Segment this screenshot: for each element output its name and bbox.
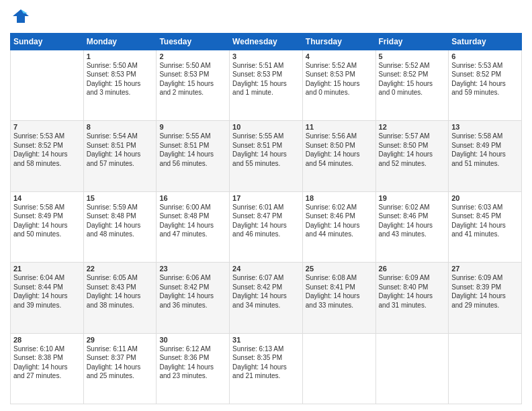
day-info: Sunrise: 6:02 AMSunset: 8:46 PMDaylight:… bbox=[306, 203, 373, 239]
day-cell: 20Sunrise: 6:03 AMSunset: 8:45 PMDayligh… bbox=[449, 191, 522, 262]
day-info: Sunrise: 6:11 AMSunset: 8:37 PMDaylight:… bbox=[87, 345, 154, 381]
day-info: Sunrise: 5:53 AMSunset: 8:52 PMDaylight:… bbox=[13, 132, 81, 168]
day-number: 2 bbox=[159, 52, 226, 60]
day-number: 24 bbox=[232, 265, 300, 273]
day-number: 19 bbox=[379, 194, 446, 202]
day-info: Sunrise: 5:57 AMSunset: 8:50 PMDaylight:… bbox=[379, 132, 446, 168]
day-info: Sunrise: 5:58 AMSunset: 8:49 PMDaylight:… bbox=[13, 203, 81, 239]
week-row-2: 7Sunrise: 5:53 AMSunset: 8:52 PMDaylight… bbox=[11, 121, 522, 191]
day-info: Sunrise: 5:53 AMSunset: 8:52 PMDaylight:… bbox=[451, 61, 519, 97]
day-cell: 7Sunrise: 5:53 AMSunset: 8:52 PMDaylight… bbox=[11, 121, 84, 191]
day-number: 18 bbox=[306, 194, 373, 202]
day-number: 11 bbox=[306, 123, 373, 131]
weekday-header-friday: Friday bbox=[375, 33, 449, 50]
day-cell bbox=[375, 333, 449, 404]
day-number: 10 bbox=[232, 123, 300, 131]
day-info: Sunrise: 6:13 AMSunset: 8:35 PMDaylight:… bbox=[232, 345, 300, 381]
day-info: Sunrise: 5:52 AMSunset: 8:52 PMDaylight:… bbox=[379, 61, 446, 97]
day-number: 16 bbox=[159, 194, 226, 202]
logo-bird-icon bbox=[11, 7, 30, 26]
day-info: Sunrise: 6:00 AMSunset: 8:48 PMDaylight:… bbox=[159, 203, 226, 239]
page: SundayMondayTuesdayWednesdayThursdayFrid… bbox=[0, 0, 532, 411]
day-cell: 19Sunrise: 6:02 AMSunset: 8:46 PMDayligh… bbox=[375, 191, 449, 262]
day-cell: 14Sunrise: 5:58 AMSunset: 8:49 PMDayligh… bbox=[11, 191, 84, 262]
day-number: 27 bbox=[451, 265, 519, 273]
day-info: Sunrise: 5:59 AMSunset: 8:48 PMDaylight:… bbox=[87, 203, 154, 239]
day-cell: 10Sunrise: 5:55 AMSunset: 8:51 PMDayligh… bbox=[230, 121, 303, 191]
day-cell: 17Sunrise: 6:01 AMSunset: 8:47 PMDayligh… bbox=[230, 191, 303, 262]
day-number: 23 bbox=[159, 265, 226, 273]
day-cell: 21Sunrise: 6:04 AMSunset: 8:44 PMDayligh… bbox=[11, 263, 84, 333]
day-info: Sunrise: 6:01 AMSunset: 8:47 PMDaylight:… bbox=[232, 203, 300, 239]
day-cell: 5Sunrise: 5:52 AMSunset: 8:52 PMDaylight… bbox=[375, 50, 449, 120]
day-info: Sunrise: 6:09 AMSunset: 8:40 PMDaylight:… bbox=[379, 273, 446, 310]
day-cell: 11Sunrise: 5:56 AMSunset: 8:50 PMDayligh… bbox=[302, 121, 375, 191]
day-info: Sunrise: 6:09 AMSunset: 8:39 PMDaylight:… bbox=[451, 273, 519, 310]
day-number: 3 bbox=[232, 52, 300, 60]
day-cell: 29Sunrise: 6:11 AMSunset: 8:37 PMDayligh… bbox=[83, 333, 157, 404]
day-number: 22 bbox=[87, 265, 154, 273]
day-cell: 15Sunrise: 5:59 AMSunset: 8:48 PMDayligh… bbox=[83, 191, 157, 262]
day-info: Sunrise: 5:54 AMSunset: 8:51 PMDaylight:… bbox=[87, 132, 154, 168]
day-cell: 9Sunrise: 5:55 AMSunset: 8:51 PMDaylight… bbox=[157, 121, 230, 191]
day-cell: 27Sunrise: 6:09 AMSunset: 8:39 PMDayligh… bbox=[449, 263, 522, 333]
calendar-table: SundayMondayTuesdayWednesdayThursdayFrid… bbox=[10, 33, 522, 404]
day-number: 8 bbox=[87, 123, 154, 131]
day-info: Sunrise: 5:51 AMSunset: 8:53 PMDaylight:… bbox=[232, 61, 300, 97]
day-cell bbox=[302, 333, 375, 404]
logo bbox=[10, 7, 30, 29]
weekday-header-thursday: Thursday bbox=[302, 33, 375, 50]
day-info: Sunrise: 5:50 AMSunset: 8:53 PMDaylight:… bbox=[87, 61, 154, 97]
day-number: 28 bbox=[13, 336, 81, 344]
day-info: Sunrise: 5:58 AMSunset: 8:49 PMDaylight:… bbox=[451, 132, 519, 168]
logo-text bbox=[10, 7, 30, 29]
day-cell: 31Sunrise: 6:13 AMSunset: 8:35 PMDayligh… bbox=[230, 333, 303, 404]
day-info: Sunrise: 6:03 AMSunset: 8:45 PMDaylight:… bbox=[451, 203, 519, 239]
day-info: Sunrise: 5:50 AMSunset: 8:53 PMDaylight:… bbox=[159, 61, 226, 97]
week-row-5: 28Sunrise: 6:10 AMSunset: 8:38 PMDayligh… bbox=[11, 333, 522, 404]
day-info: Sunrise: 6:07 AMSunset: 8:42 PMDaylight:… bbox=[232, 273, 300, 310]
day-info: Sunrise: 6:10 AMSunset: 8:38 PMDaylight:… bbox=[13, 345, 81, 381]
day-number: 7 bbox=[13, 123, 81, 131]
day-info: Sunrise: 6:04 AMSunset: 8:44 PMDaylight:… bbox=[13, 273, 81, 310]
day-info: Sunrise: 6:02 AMSunset: 8:46 PMDaylight:… bbox=[379, 203, 446, 239]
day-number: 9 bbox=[159, 123, 226, 131]
day-info: Sunrise: 6:12 AMSunset: 8:36 PMDaylight:… bbox=[159, 345, 226, 381]
day-number: 13 bbox=[451, 123, 519, 131]
weekday-header-wednesday: Wednesday bbox=[230, 33, 303, 50]
day-cell bbox=[11, 50, 84, 120]
week-row-4: 21Sunrise: 6:04 AMSunset: 8:44 PMDayligh… bbox=[11, 263, 522, 333]
svg-marker-0 bbox=[13, 9, 29, 23]
day-cell: 8Sunrise: 5:54 AMSunset: 8:51 PMDaylight… bbox=[83, 121, 157, 191]
weekday-header-monday: Monday bbox=[83, 33, 157, 50]
day-number: 30 bbox=[159, 336, 226, 344]
day-cell: 1Sunrise: 5:50 AMSunset: 8:53 PMDaylight… bbox=[83, 50, 157, 120]
day-number: 1 bbox=[87, 52, 154, 60]
day-cell: 23Sunrise: 6:06 AMSunset: 8:42 PMDayligh… bbox=[157, 263, 230, 333]
day-number: 25 bbox=[306, 265, 373, 273]
day-number: 4 bbox=[306, 52, 373, 60]
week-row-1: 1Sunrise: 5:50 AMSunset: 8:53 PMDaylight… bbox=[11, 50, 522, 120]
day-number: 5 bbox=[379, 52, 446, 60]
day-number: 21 bbox=[13, 265, 81, 273]
day-number: 17 bbox=[232, 194, 300, 202]
day-number: 6 bbox=[451, 52, 519, 60]
weekday-header-saturday: Saturday bbox=[449, 33, 522, 50]
weekday-header-sunday: Sunday bbox=[11, 33, 84, 50]
day-cell bbox=[449, 333, 522, 404]
weekday-header-tuesday: Tuesday bbox=[157, 33, 230, 50]
day-number: 14 bbox=[13, 194, 81, 202]
day-info: Sunrise: 6:06 AMSunset: 8:42 PMDaylight:… bbox=[159, 273, 226, 310]
day-info: Sunrise: 5:56 AMSunset: 8:50 PMDaylight:… bbox=[306, 132, 373, 168]
day-info: Sunrise: 5:52 AMSunset: 8:53 PMDaylight:… bbox=[306, 61, 373, 97]
day-cell: 3Sunrise: 5:51 AMSunset: 8:53 PMDaylight… bbox=[230, 50, 303, 120]
day-info: Sunrise: 6:08 AMSunset: 8:41 PMDaylight:… bbox=[306, 273, 373, 310]
day-cell: 30Sunrise: 6:12 AMSunset: 8:36 PMDayligh… bbox=[157, 333, 230, 404]
day-cell: 18Sunrise: 6:02 AMSunset: 8:46 PMDayligh… bbox=[302, 191, 375, 262]
week-row-3: 14Sunrise: 5:58 AMSunset: 8:49 PMDayligh… bbox=[11, 191, 522, 262]
day-cell: 22Sunrise: 6:05 AMSunset: 8:43 PMDayligh… bbox=[83, 263, 157, 333]
header bbox=[10, 7, 522, 29]
day-cell: 4Sunrise: 5:52 AMSunset: 8:53 PMDaylight… bbox=[302, 50, 375, 120]
day-cell: 26Sunrise: 6:09 AMSunset: 8:40 PMDayligh… bbox=[375, 263, 449, 333]
day-cell: 12Sunrise: 5:57 AMSunset: 8:50 PMDayligh… bbox=[375, 121, 449, 191]
